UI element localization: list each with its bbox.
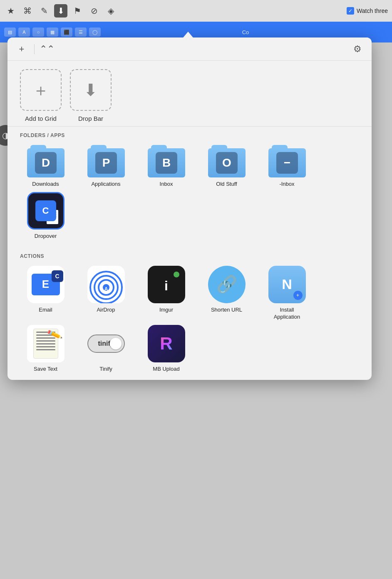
inbox-letter: B xyxy=(156,152,177,174)
tinify-label: Tinify xyxy=(99,366,112,373)
folders-section: FOLDERS / APPS D Downloads P xyxy=(7,127,372,247)
drop-bar-icon: ⬇ xyxy=(70,69,112,111)
folders-header: FOLDERS / APPS xyxy=(7,127,372,142)
save-text-item[interactable]: ✏️ Save Text xyxy=(17,325,74,373)
email-c-badge: C xyxy=(52,270,63,282)
actions-section: ACTIONS E C Email xyxy=(7,247,372,380)
download-icon[interactable]: ⬇ xyxy=(54,4,67,17)
applications-item[interactable]: P Applications xyxy=(78,145,134,188)
install-application-label: Install Application xyxy=(274,307,300,321)
downloads-label: Downloads xyxy=(32,181,59,188)
star-icon[interactable]: ★ xyxy=(4,4,17,17)
actions-grid: E C Email A AirDrop xyxy=(7,262,372,380)
svg-text:A: A xyxy=(104,286,108,292)
save-text-label: Save Text xyxy=(34,366,57,373)
inbox-label: Inbox xyxy=(160,181,173,188)
downloads-letter: D xyxy=(35,152,57,174)
applications-folder-icon: P xyxy=(87,145,125,177)
watch-three-area: ✓ Watch three xyxy=(347,7,388,15)
layers-icon[interactable]: ◈ xyxy=(104,4,117,17)
flag-icon[interactable]: ⚑ xyxy=(71,4,84,17)
email-app-icon: E C xyxy=(27,266,65,303)
browser-url: Co xyxy=(242,29,249,35)
shorten-url-item[interactable]: 🔗 Shorten URL xyxy=(198,266,255,321)
tinify-toggle xyxy=(110,338,122,349)
grid-items-container: ＋ Add to Grid ⬇ Drop Bar xyxy=(20,69,359,122)
inbox2-letter: − xyxy=(276,152,298,174)
downloads-folder-icon: D xyxy=(27,145,65,177)
browser-btn-1[interactable]: ▤ xyxy=(4,27,16,37)
install-person-icon: + xyxy=(293,291,303,300)
add-to-grid-item[interactable]: ＋ Add to Grid xyxy=(20,69,62,122)
browser-btn-2[interactable]: A xyxy=(18,27,30,37)
imgur-dot xyxy=(174,272,179,277)
watch-label: Watch three xyxy=(357,7,388,14)
downloads-item[interactable]: D Downloads xyxy=(17,145,74,188)
mb-upload-label: MB Upload xyxy=(153,366,179,373)
toolbar-divider xyxy=(34,44,35,54)
collapse-button[interactable]: ⌃⌃ xyxy=(40,42,54,56)
email-item[interactable]: E C Email xyxy=(17,266,74,321)
browser-btn-6[interactable]: ☰ xyxy=(75,27,87,37)
chain-link-icon: 🔗 xyxy=(216,275,237,294)
tinify-app-icon: tinify xyxy=(87,334,125,353)
install-n-letter: N xyxy=(282,276,292,292)
tinify-wrapper: tinify xyxy=(87,325,125,362)
folders-grid: D Downloads P Applications xyxy=(7,142,372,247)
browser-btn-5[interactable]: ⬛ xyxy=(61,27,72,37)
inbox-folder-icon: B xyxy=(148,145,185,177)
install-app-icon: N + xyxy=(268,266,306,303)
airdrop-rings-svg: A xyxy=(87,266,125,303)
dropover-item[interactable]: C Dropover xyxy=(17,192,74,240)
mb-upload-app-icon: R xyxy=(148,325,185,362)
grid-section: ＋ Add to Grid ⬇ Drop Bar xyxy=(7,61,372,127)
email-label: Email xyxy=(39,307,52,314)
add-to-grid-icon: ＋ xyxy=(20,69,62,111)
old-stuff-item[interactable]: O Old Stuff xyxy=(198,145,255,188)
imgur-label: Imgur xyxy=(159,307,173,314)
drop-bar-item[interactable]: ⬇ Drop Bar xyxy=(70,69,112,122)
watch-checkbox[interactable]: ✓ xyxy=(347,7,354,15)
browser-btn-4[interactable]: ▦ xyxy=(47,27,58,37)
install-application-item[interactable]: N + Install Application xyxy=(259,266,315,321)
airdrop-label: AirDrop xyxy=(97,307,115,314)
mbupload-r-letter: R xyxy=(160,334,172,354)
browser-btn-3[interactable]: ○ xyxy=(32,27,44,37)
imgur-item[interactable]: i Imgur xyxy=(138,266,194,321)
old-stuff-letter: O xyxy=(216,152,238,174)
dropover-label: Dropover xyxy=(35,233,57,240)
edit-icon[interactable]: ✎ xyxy=(37,4,51,17)
inbox2-item[interactable]: − -Inbox xyxy=(259,145,315,188)
old-stuff-label: Old Stuff xyxy=(216,181,237,188)
imgur-app-icon: i xyxy=(148,266,185,303)
inbox-item[interactable]: B Inbox xyxy=(138,145,194,188)
inbox2-folder-icon: − xyxy=(268,145,306,177)
dropover-app-icon: C xyxy=(27,192,65,230)
popup-arrow xyxy=(179,32,197,42)
applications-letter: P xyxy=(95,152,117,174)
actions-header: ACTIONS xyxy=(7,247,372,262)
old-stuff-folder-icon: O xyxy=(208,145,246,177)
email-inner-icon: E C xyxy=(32,274,60,295)
popup-panel: + ⌃⌃ ⚙ ＋ Add to Grid ⬇ Drop Bar FOLDERS … xyxy=(7,37,372,380)
drop-bar-label: Drop Bar xyxy=(78,115,103,122)
menubar: ★ ⌘ ✎ ⬇ ⚑ ⊘ ◈ ✓ Watch three xyxy=(0,0,392,22)
save-text-app-icon: ✏️ xyxy=(27,325,65,362)
browser-btn-7[interactable]: ◯ xyxy=(89,27,101,37)
applications-label: Applications xyxy=(91,181,120,188)
shorten-url-label: Shorten URL xyxy=(211,307,242,314)
command-icon[interactable]: ⌘ xyxy=(21,4,34,17)
block-icon[interactable]: ⊘ xyxy=(87,4,101,17)
settings-button[interactable]: ⚙ xyxy=(351,42,364,56)
airdrop-app-icon: A xyxy=(87,266,125,303)
shorten-url-app-icon: 🔗 xyxy=(208,266,246,303)
mb-upload-item[interactable]: R MB Upload xyxy=(138,325,194,373)
add-to-grid-label: Add to Grid xyxy=(25,115,57,122)
add-button[interactable]: + xyxy=(15,42,28,56)
dropover-c-letter: C xyxy=(35,200,56,221)
airdrop-item[interactable]: A AirDrop xyxy=(78,266,134,321)
tinify-item[interactable]: tinify Tinify xyxy=(78,325,134,373)
inbox2-label: -Inbox xyxy=(279,181,294,188)
imgur-i-letter: i xyxy=(164,278,168,294)
